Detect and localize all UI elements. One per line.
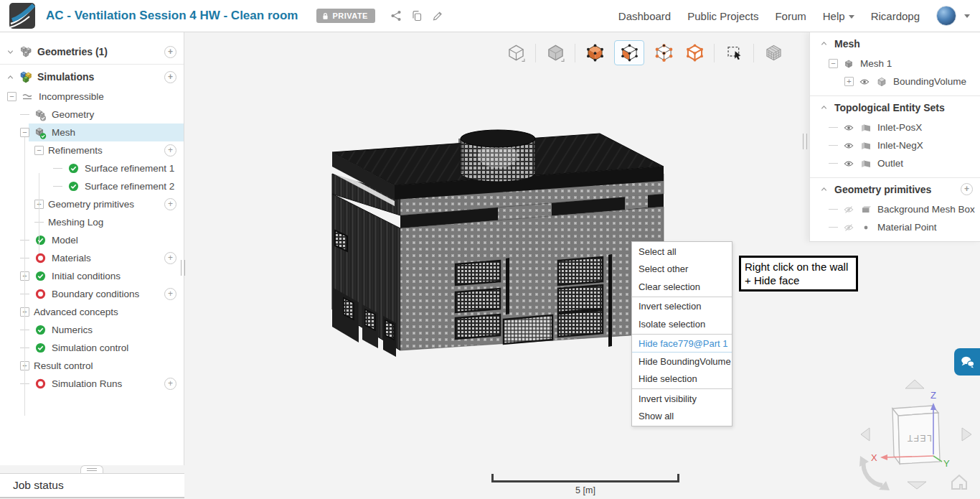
add-simulations-button[interactable]: +	[164, 71, 176, 83]
mesh-display-icon[interactable]	[762, 42, 785, 65]
sidebar-item-surface-refinement-2[interactable]: Surface refinement 2	[0, 177, 184, 195]
duplicate-icon[interactable]	[411, 10, 423, 22]
sidebar-item-result-control[interactable]: +Result control	[0, 357, 184, 375]
sidebar-item-meshing-log[interactable]: Meshing Log	[0, 213, 184, 231]
job-status-drawer-handle[interactable]	[80, 465, 103, 473]
job-status-label: Job status	[13, 479, 64, 492]
nav-dashboard[interactable]: Dashboard	[618, 10, 671, 22]
project-title: AC - Ventilation Session 4 HW - Clean ro…	[46, 9, 298, 23]
status-complete-icon	[34, 342, 47, 355]
context-menu-item-select-all[interactable]: Select all	[632, 243, 732, 261]
sidebar-resize-handle[interactable]	[181, 260, 185, 276]
context-menu-item-clear-selection[interactable]: Clear selection	[632, 278, 732, 296]
expand-toggle[interactable]: −	[7, 92, 17, 101]
scene-item-boundingvolume[interactable]: + BoundingVolume	[810, 73, 980, 90]
status-complete-icon	[67, 162, 80, 175]
select-volume-icon[interactable]	[583, 42, 606, 65]
add-geometry-primitives-button[interactable]: +	[164, 198, 176, 210]
add-geometries-1-button[interactable]: +	[164, 46, 176, 58]
chat-button[interactable]	[954, 348, 980, 376]
navcube-arrow-down-icon	[908, 482, 926, 489]
sidebar-item-initial-conditions[interactable]: +Initial conditions	[0, 267, 184, 285]
top-navigation: Dashboard Public Projects Forum Help Ric…	[618, 6, 980, 26]
sidebar-item-refinements[interactable]: −Refinements+	[0, 141, 184, 159]
sidebar-item-simulations[interactable]: Simulations+	[0, 66, 184, 88]
expand-toggle[interactable]: −	[829, 59, 838, 68]
visibility-on-icon[interactable]	[858, 75, 870, 88]
nav-help[interactable]: Help	[823, 10, 854, 22]
right-panel-resize-handle[interactable]	[803, 134, 807, 149]
simulations-icon	[19, 70, 32, 83]
chevron-up-icon[interactable]	[819, 185, 829, 194]
chevron-up-icon[interactable]	[819, 103, 829, 112]
scene-item-background-mesh-box[interactable]: Background Mesh Box	[810, 200, 980, 218]
scene-item-inlet-negx[interactable]: Inlet-NegX	[810, 136, 980, 154]
nav-username[interactable]: Ricardopg	[871, 10, 920, 22]
sidebar-item-mesh[interactable]: − Mesh	[0, 123, 184, 141]
scene-item-label: Inlet-NegX	[877, 140, 923, 151]
account-chevron-down-icon[interactable]	[964, 14, 970, 18]
tree-item-label: Result control	[34, 360, 93, 371]
box-select-icon[interactable]	[722, 42, 745, 65]
sidebar-item-incompressible[interactable]: −Incompressible	[0, 88, 184, 106]
navigation-cube[interactable]: LEFT Z X Y	[854, 377, 980, 499]
context-menu-item-select-other[interactable]: Select other	[632, 261, 732, 279]
scene-item-inlet-posx[interactable]: Inlet-PosX	[810, 118, 980, 136]
sidebar-item-simulation-control[interactable]: Simulation control	[0, 339, 184, 357]
job-status-bar[interactable]: Job status	[0, 473, 184, 498]
scene-item-material-point[interactable]: Material Point	[810, 218, 980, 236]
expand-toggle[interactable]: −	[20, 128, 29, 137]
expand-toggle[interactable]: +	[844, 77, 854, 86]
section-title: Topological Entity Sets	[834, 102, 945, 113]
simscale-logo-icon[interactable]	[9, 3, 35, 29]
nav-forum[interactable]: Forum	[775, 10, 806, 22]
sidebar-item-geometries-1[interactable]: Geometries (1)+	[0, 41, 184, 62]
sidebar-item-geometry-primitives[interactable]: +Geometry primitives+	[0, 195, 184, 213]
wireframe-view-icon[interactable]	[504, 42, 527, 65]
sidebar-item-geometry[interactable]: Geometry	[0, 106, 184, 123]
tree-item-label: Simulation control	[52, 342, 128, 353]
visibility-on-icon[interactable]	[842, 157, 854, 169]
context-menu-item-invert-visibility[interactable]: Invert visibility	[632, 390, 732, 408]
sidebar-item-simulation-runs[interactable]: Simulation Runs+	[0, 375, 184, 393]
expand-toggle[interactable]: −	[34, 146, 44, 155]
add-simulation-runs-button[interactable]: +	[164, 378, 176, 390]
visibility-off-icon[interactable]	[842, 203, 854, 215]
edit-icon[interactable]	[432, 11, 443, 22]
sidebar-item-boundary-conditions[interactable]: Boundary conditions+	[0, 285, 184, 303]
select-face-icon[interactable]	[614, 40, 644, 65]
sidebar-item-numerics[interactable]: Numerics	[0, 321, 184, 339]
avatar[interactable]	[936, 6, 956, 26]
tree-connector	[53, 186, 62, 187]
visibility-on-icon[interactable]	[842, 121, 854, 134]
visibility-on-icon[interactable]	[842, 139, 854, 151]
solid-view-icon[interactable]	[544, 42, 567, 65]
chevron-up-icon[interactable]	[819, 39, 829, 48]
scene-item-outlet[interactable]: Outlet	[810, 154, 980, 172]
add-refinements-button[interactable]: +	[164, 144, 176, 157]
sidebar-item-materials[interactable]: Materials+	[0, 249, 184, 267]
context-menu-item-hide-selection[interactable]: Hide selection	[632, 370, 732, 388]
visibility-off-icon[interactable]	[842, 221, 854, 233]
select-edge-icon[interactable]	[683, 42, 706, 65]
nav-public-projects[interactable]: Public Projects	[687, 10, 758, 22]
chevron-down-icon[interactable]	[6, 47, 15, 57]
add-geometry-primitive-button[interactable]: +	[961, 183, 973, 195]
select-vertex-icon[interactable]	[652, 42, 675, 65]
navcube-arrow-right-icon	[962, 428, 971, 441]
context-menu-item-hide-boundingvolume[interactable]: Hide BoundingVolume	[632, 353, 732, 370]
context-menu-item-show-all[interactable]: Show all	[632, 408, 732, 426]
share-icon[interactable]	[390, 10, 402, 22]
scale-bar-label: 5 [m]	[491, 485, 679, 495]
context-menu-item-hide-face779-part-1[interactable]: Hide face779@Part 1	[632, 335, 732, 353]
add-materials-button[interactable]: +	[164, 252, 176, 264]
chevron-up-icon[interactable]	[6, 73, 15, 82]
sidebar-item-model[interactable]: Model	[0, 231, 184, 249]
sidebar-item-surface-refinement-1[interactable]: Surface refinement 1	[0, 159, 184, 177]
context-menu-item-invert-selection[interactable]: Invert selection	[632, 298, 732, 316]
status-complete-icon	[34, 270, 47, 283]
add-boundary-conditions-button[interactable]: +	[164, 288, 176, 300]
sidebar-item-advanced-concepts[interactable]: +Advanced concepts	[0, 303, 184, 321]
context-menu-item-isolate-selection[interactable]: Isolate selection	[632, 315, 732, 333]
scene-item-mesh-1[interactable]: − Mesh 1	[810, 55, 980, 73]
